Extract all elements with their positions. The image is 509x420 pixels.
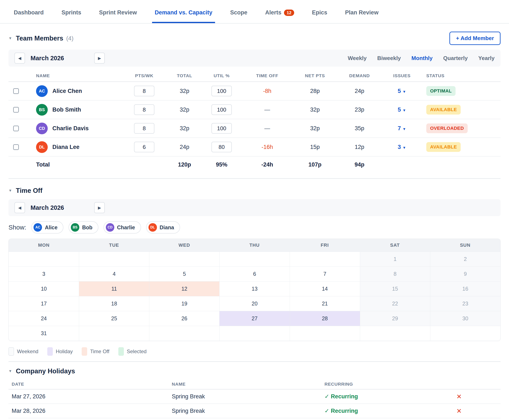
next-month-button[interactable]: ▶ — [94, 202, 105, 213]
calendar-day[interactable]: 13 — [219, 281, 290, 296]
calendar-empty-cell — [9, 252, 79, 266]
delete-holiday-button[interactable]: ✕ — [443, 393, 501, 400]
collapse-triangle-icon[interactable]: ▼ — [8, 369, 12, 373]
calendar-day[interactable]: 8 — [360, 267, 430, 281]
row-checkbox[interactable] — [13, 126, 19, 131]
util-input[interactable] — [211, 123, 232, 134]
calendar-day[interactable]: 2 — [430, 252, 500, 266]
issues-dropdown[interactable]: 5 ▼ — [382, 88, 422, 94]
filter-chip-bob[interactable]: BS Bob — [68, 221, 98, 233]
collapse-triangle-icon[interactable]: ▼ — [8, 188, 12, 193]
calendar-day[interactable]: 17 — [9, 296, 79, 311]
calendar-day[interactable]: 16 — [430, 281, 500, 296]
calendar-week-row: 31 — [9, 326, 500, 341]
calendar-day[interactable]: 3 — [9, 267, 79, 281]
calendar-day[interactable]: 31 — [9, 326, 79, 341]
tab-sprints[interactable]: Sprints — [59, 6, 84, 23]
legend-timeoff: Time Off — [82, 347, 109, 356]
time-off-title: Time Off — [16, 187, 42, 195]
pts-wk-input[interactable] — [134, 142, 154, 152]
calendar-day[interactable]: 9 — [430, 267, 500, 281]
view-quarterly[interactable]: Quarterly — [443, 55, 468, 61]
holidays-table-header: DATE NAME RECURRING — [8, 379, 501, 390]
issues-dropdown[interactable]: 5 ▼ — [382, 106, 422, 113]
prev-month-button[interactable]: ◀ — [15, 52, 25, 64]
recurring-flag: ✓ Recurring — [324, 393, 443, 400]
issues-dropdown[interactable]: 7 ▼ — [382, 125, 422, 132]
calendar-day[interactable]: 19 — [149, 296, 219, 311]
util-input[interactable] — [211, 142, 232, 152]
tab-plan-review[interactable]: Plan Review — [342, 6, 381, 23]
delete-holiday-button[interactable]: ✕ — [443, 407, 501, 415]
total-points: 120p — [168, 161, 202, 168]
net-pts-value: 28p — [293, 88, 337, 94]
tab-scope[interactable]: Scope — [227, 6, 250, 23]
calendar-day[interactable]: 7 — [290, 267, 360, 281]
issues-dropdown[interactable]: 3 ▼ — [382, 144, 422, 150]
calendar-day[interactable]: 26 — [149, 311, 219, 326]
util-input[interactable] — [211, 104, 232, 115]
collapse-triangle-icon[interactable]: ▼ — [8, 36, 12, 40]
calendar-day[interactable]: 27 — [219, 311, 290, 326]
calendar-legend: Weekend Holiday Time Off Selected — [8, 347, 501, 356]
calendar-day[interactable]: 15 — [360, 281, 430, 296]
view-biweekly[interactable]: Biweekly — [377, 55, 401, 61]
status-badge: AVAILABLE — [426, 142, 461, 152]
next-month-button[interactable]: ▶ — [94, 52, 105, 64]
view-monthly[interactable]: Monthly — [412, 55, 433, 61]
calendar-day[interactable]: 21 — [290, 296, 360, 311]
tab-dashboard[interactable]: Dashboard — [11, 6, 46, 23]
member-name: Bob Smith — [52, 106, 81, 113]
add-member-button[interactable]: + Add Member — [449, 32, 501, 45]
calendar-day[interactable]: 12 — [149, 281, 219, 296]
calendar-header-row: MONTUEWEDTHUFRISATSUN — [9, 239, 500, 252]
view-yearly[interactable]: Yearly — [478, 55, 494, 61]
member-name: Diana Lee — [52, 144, 80, 150]
holiday-row: Mar 28, 2026 Spring Break ✓ Recurring ✕ — [8, 404, 501, 418]
filter-chip-diana[interactable]: DL Diana — [146, 221, 180, 233]
tab-alerts[interactable]: Alerts 12 — [262, 6, 297, 23]
row-checkbox[interactable] — [13, 88, 19, 94]
row-checkbox[interactable] — [13, 144, 19, 150]
calendar-day[interactable]: 1 — [360, 252, 430, 266]
calendar-day[interactable]: 25 — [79, 311, 149, 326]
filter-chip-alice[interactable]: AC Alice — [31, 221, 63, 233]
calendar-day[interactable]: 20 — [219, 296, 290, 311]
calendar-day[interactable]: 14 — [290, 281, 360, 296]
col-name: NAME — [23, 73, 121, 78]
holiday-name: Spring Break — [172, 408, 324, 414]
net-pts-value: 15p — [293, 144, 337, 150]
holiday-date: Mar 28, 2026 — [12, 408, 172, 414]
filter-chip-charlie[interactable]: CD Charlie — [104, 221, 141, 233]
calendar-day[interactable]: 5 — [149, 267, 219, 281]
avatar: BS — [36, 104, 48, 116]
legend-label: Time Off — [90, 349, 109, 354]
prev-month-button[interactable]: ◀ — [15, 202, 25, 213]
calendar-day[interactable]: 4 — [79, 267, 149, 281]
row-checkbox[interactable] — [13, 107, 19, 113]
util-input[interactable] — [211, 86, 232, 96]
calendar-day[interactable]: 23 — [430, 296, 500, 311]
tab-dashboard-label: Dashboard — [14, 9, 44, 16]
pts-wk-input[interactable] — [134, 123, 154, 134]
calendar-day[interactable]: 18 — [79, 296, 149, 311]
tab-epics[interactable]: Epics — [309, 6, 330, 23]
calendar-day[interactable]: 29 — [360, 311, 430, 326]
calendar-empty-cell — [149, 326, 219, 341]
calendar-week-row: 3456789 — [9, 266, 500, 281]
tab-demand-vs-capacity[interactable]: Demand vs. Capacity — [152, 6, 215, 23]
pts-wk-input[interactable] — [134, 86, 154, 96]
calendar-day[interactable]: 6 — [219, 267, 290, 281]
calendar-day[interactable]: 11 — [79, 281, 149, 296]
view-weekly[interactable]: Weekly — [348, 55, 367, 61]
col-issues: ISSUES — [382, 73, 422, 78]
pts-wk-input[interactable] — [134, 104, 154, 115]
calendar-day[interactable]: 28 — [290, 311, 360, 326]
calendar-day[interactable]: 30 — [430, 311, 500, 326]
calendar-day[interactable]: 10 — [9, 281, 79, 296]
avatar: CD — [106, 223, 114, 232]
calendar-day[interactable]: 24 — [9, 311, 79, 326]
calendar-day[interactable]: 22 — [360, 296, 430, 311]
calendar-day-header: SUN — [430, 242, 500, 248]
tab-sprint-review[interactable]: Sprint Review — [96, 6, 140, 23]
